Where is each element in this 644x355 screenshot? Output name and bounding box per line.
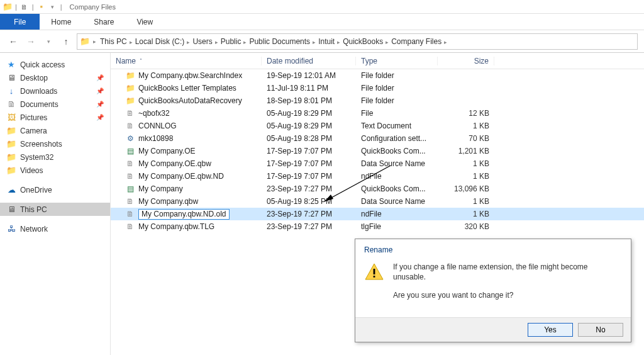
quick-access-label: Quick access: [20, 60, 65, 69]
sidebar-item[interactable]: 🗎Documents📌: [0, 98, 110, 111]
forward-button[interactable]: →: [24, 35, 38, 48]
pin-icon: 📌: [96, 87, 104, 94]
breadcrumb[interactable]: This PC: [98, 37, 129, 46]
folder-icon: 📁: [6, 152, 16, 162]
file-size: 70 KB: [438, 134, 494, 143]
sidebar-item[interactable]: 📁System32: [0, 150, 110, 164]
onedrive[interactable]: ☁ OneDrive: [0, 183, 110, 196]
file-row[interactable]: 🗎My Company.qbw.ND.old23-Sep-19 7:27 PMn…: [111, 208, 644, 220]
chevron-right-icon[interactable]: ▸: [129, 39, 133, 45]
file-row[interactable]: 🗎My Company.qbw05-Aug-19 8:25 PMData Sou…: [111, 195, 644, 208]
tab-view[interactable]: View: [125, 14, 164, 30]
sidebar-item[interactable]: 📁Screenshots: [0, 137, 110, 150]
breadcrumb[interactable]: Public Documents: [247, 37, 312, 46]
cfg-icon: ⚙: [126, 134, 135, 143]
file-type: tlgFile: [356, 222, 438, 231]
breadcrumb[interactable]: Users: [191, 37, 214, 46]
breadcrumb[interactable]: Local Disk (C:): [133, 37, 187, 46]
sidebar-item-label: Videos: [20, 166, 43, 175]
col-date[interactable]: Date modified: [262, 57, 356, 65]
doc-icon: 🗎: [126, 222, 135, 231]
rename-dialog: Rename If you change a file name extensi…: [355, 239, 631, 342]
no-button[interactable]: No: [578, 323, 623, 337]
address-bar[interactable]: 📁 ▸ This PC▸Local Disk (C:)▸Users▸Public…: [77, 33, 638, 50]
breadcrumb[interactable]: Public: [219, 37, 243, 46]
doc-icon: 🗎: [126, 121, 135, 130]
file-row[interactable]: 🗎My Company.OE.qbw17-Sep-19 7:07 PMData …: [111, 157, 644, 170]
qat-file-icon[interactable]: 🗎: [19, 2, 30, 12]
file-name: My Company.OE: [138, 147, 195, 155]
breadcrumb[interactable]: Company Files: [389, 37, 443, 46]
svg-rect-3: [374, 269, 375, 274]
yes-button[interactable]: Yes: [528, 323, 573, 337]
doc-icon: 🗎: [126, 172, 135, 181]
col-type[interactable]: Type: [356, 57, 438, 65]
file-name: QuickBooksAutoDataRecovery: [138, 96, 242, 105]
file-date: 18-Sep-19 8:01 PM: [262, 96, 356, 105]
tab-file[interactable]: File: [0, 14, 40, 30]
tab-home[interactable]: Home: [40, 14, 82, 30]
picture-icon: 🖼: [6, 113, 16, 122]
qat-dropdown-icon[interactable]: ▾: [48, 2, 58, 12]
file-date: 05-Aug-19 8:29 PM: [262, 121, 356, 130]
dialog-line1: If you change a file name extension, the…: [393, 262, 622, 283]
file-name: My Company.qbw: [138, 197, 198, 206]
col-name[interactable]: Name ˄: [111, 57, 262, 65]
sidebar-item[interactable]: 🖥Desktop📌: [0, 71, 110, 84]
breadcrumb[interactable]: Intuit: [316, 37, 336, 46]
file-name: QuickBooks Letter Templates: [138, 84, 236, 93]
file-row[interactable]: 🗎My Company.qbw.TLG23-Sep-19 7:27 PMtlgF…: [111, 220, 644, 233]
sidebar-item[interactable]: 📁Videos: [0, 164, 110, 177]
file-row[interactable]: ▤My Company23-Sep-19 7:27 PMQuickBooks C…: [111, 183, 644, 195]
tab-share[interactable]: Share: [82, 14, 125, 30]
sidebar-item[interactable]: ↓Downloads📌: [0, 84, 110, 98]
qat-folder-icon[interactable]: ▪: [36, 2, 47, 12]
file-row[interactable]: ⚙mkx1089805-Aug-19 8:28 PMConfiguration …: [111, 132, 644, 145]
quick-access[interactable]: ★ Quick access: [0, 58, 110, 71]
nav-pane: ★ Quick access 🖥Desktop📌↓Downloads📌🗎Docu…: [0, 53, 111, 355]
file-size: 1,201 KB: [438, 147, 494, 155]
ribbon: File Home Share View: [0, 14, 644, 30]
file-size: 1 KB: [438, 210, 494, 218]
this-pc[interactable]: 🖥 This PC: [0, 203, 110, 216]
doc-icon: 🗎: [126, 159, 135, 168]
chevron-right-icon[interactable]: ▸: [214, 39, 219, 45]
file-row[interactable]: 📁My Company.qbw.SearchIndex19-Sep-19 12:…: [111, 69, 644, 82]
doc-icon: 🗎: [126, 197, 135, 206]
file-date: 17-Sep-19 7:07 PM: [262, 172, 356, 181]
breadcrumb[interactable]: QuickBooks: [341, 37, 385, 46]
file-size: 1 KB: [438, 197, 494, 206]
recent-dropdown-icon[interactable]: ▾: [42, 35, 55, 48]
sidebar-item-label: Downloads: [20, 87, 57, 96]
chevron-right-icon[interactable]: ▸: [92, 38, 97, 45]
doc-icon: 🗎: [6, 99, 16, 109]
file-date: 17-Sep-19 7:07 PM: [262, 159, 356, 168]
dialog-title: Rename: [355, 239, 631, 257]
file-size: 1 KB: [438, 159, 494, 168]
rename-input[interactable]: My Company.qbw.ND.old: [138, 209, 230, 220]
col-size[interactable]: Size: [438, 57, 494, 65]
file-name: CONNLOG: [138, 121, 177, 130]
nav-bar: ← → ▾ ↑ 📁 ▸ This PC▸Local Disk (C:)▸User…: [0, 30, 644, 53]
sidebar-item[interactable]: 🖼Pictures📌: [0, 111, 110, 124]
sidebar-item[interactable]: 📁Camera: [0, 124, 110, 137]
network[interactable]: 🖧 Network: [0, 222, 110, 235]
file-row[interactable]: 📁QuickBooksAutoDataRecovery18-Sep-19 8:0…: [111, 94, 644, 107]
star-icon: ★: [6, 60, 16, 69]
doc-icon: 🗎: [126, 210, 135, 218]
chevron-right-icon[interactable]: ▸: [443, 39, 448, 45]
back-button[interactable]: ←: [6, 35, 20, 48]
file-row[interactable]: ▤My Company.OE17-Sep-19 7:07 PMQuickBook…: [111, 145, 644, 157]
up-button[interactable]: ↑: [59, 35, 73, 48]
file-date: 05-Aug-19 8:28 PM: [262, 134, 356, 143]
file-row[interactable]: 🗎CONNLOG05-Aug-19 8:29 PMText Document1 …: [111, 120, 644, 132]
folder-icon: 📁: [6, 166, 16, 175]
file-type: File folder: [356, 84, 438, 93]
file-row[interactable]: 📁QuickBooks Letter Templates11-Jul-19 8:…: [111, 82, 644, 94]
file-row[interactable]: 🗎~qbofx3205-Aug-19 8:29 PMFile12 KB: [111, 107, 644, 120]
file-row[interactable]: 🗎My Company.OE.qbw.ND17-Sep-19 7:07 PMnd…: [111, 170, 644, 183]
dialog-line2: Are you sure you want to change it?: [393, 290, 622, 301]
file-size: 320 KB: [438, 222, 494, 231]
file-date: 23-Sep-19 7:27 PM: [262, 210, 356, 218]
file-type: File folder: [356, 96, 438, 105]
